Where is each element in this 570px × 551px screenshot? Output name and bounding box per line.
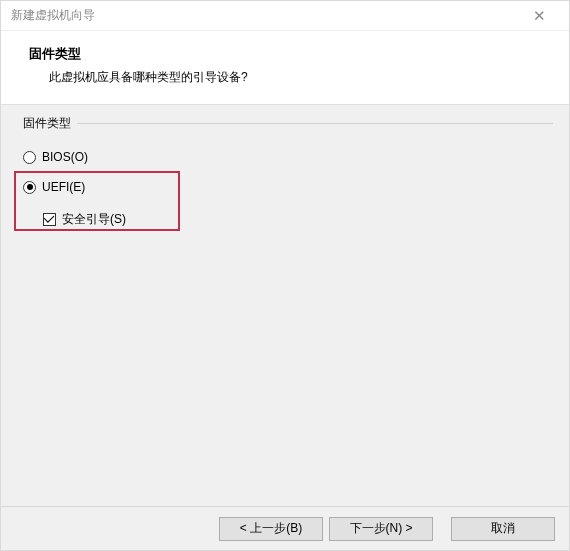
radio-label: BIOS(O) (42, 150, 88, 164)
checkbox-label: 安全引导(S) (62, 211, 126, 228)
close-icon: ✕ (533, 7, 546, 25)
radio-icon (23, 151, 36, 164)
cancel-button[interactable]: 取消 (451, 517, 555, 541)
wizard-footer: < 上一步(B) 下一步(N) > 取消 (1, 506, 569, 550)
checkbox-icon (43, 213, 56, 226)
radio-label: UEFI(E) (42, 180, 85, 194)
groupbox-label: 固件类型 (19, 115, 75, 132)
title-bar: 新建虚拟机向导 ✕ (1, 1, 569, 31)
close-button[interactable]: ✕ (519, 1, 559, 31)
groupbox-divider (77, 123, 553, 124)
page-title: 固件类型 (29, 45, 549, 63)
page-subtitle: 此虚拟机应具备哪种类型的引导设备? (29, 69, 549, 86)
back-button[interactable]: < 上一步(B) (219, 517, 323, 541)
window-title: 新建虚拟机向导 (11, 7, 519, 24)
checkbox-secure-boot[interactable]: 安全引导(S) (17, 209, 553, 229)
radio-uefi[interactable]: UEFI(E) (17, 177, 553, 197)
wizard-window: 新建虚拟机向导 ✕ 固件类型 此虚拟机应具备哪种类型的引导设备? 固件类型 BI… (0, 0, 570, 551)
wizard-header: 固件类型 此虚拟机应具备哪种类型的引导设备? (1, 31, 569, 105)
firmware-groupbox: 固件类型 BIOS(O) UEFI(E) 安全引导(S) (17, 123, 553, 229)
content-area: 固件类型 BIOS(O) UEFI(E) 安全引导(S) (1, 105, 569, 506)
next-button[interactable]: 下一步(N) > (329, 517, 433, 541)
radio-icon (23, 181, 36, 194)
radio-bios[interactable]: BIOS(O) (17, 147, 553, 167)
